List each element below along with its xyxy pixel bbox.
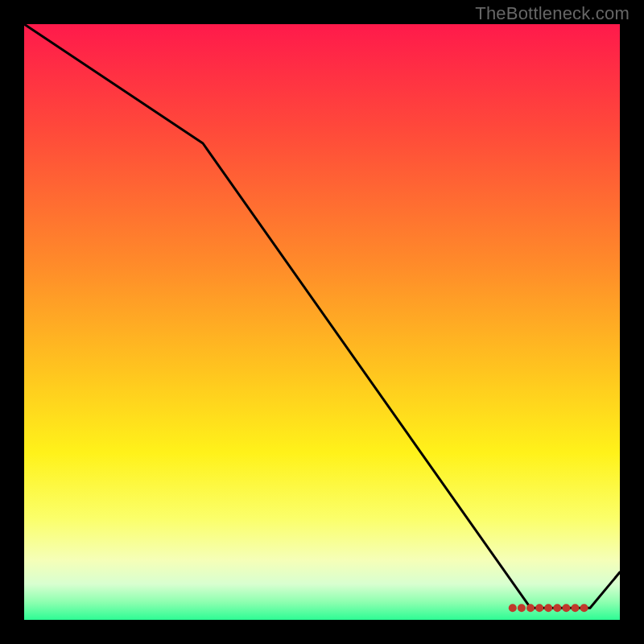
- chart-marker: [509, 604, 517, 612]
- chart-marker: [544, 604, 552, 612]
- chart-background: [24, 24, 620, 620]
- chart-marker: [580, 604, 588, 612]
- chart-frame: [0, 0, 644, 644]
- chart-marker: [526, 604, 535, 612]
- chart-marker: [562, 604, 570, 612]
- chart-marker: [535, 604, 543, 612]
- chart-markers: [509, 604, 588, 612]
- chart-svg: [24, 24, 620, 620]
- chart-marker: [553, 604, 561, 612]
- chart-marker: [518, 604, 526, 612]
- chart-plot-area: [24, 24, 620, 620]
- watermark-label: TheBottleneck.com: [475, 3, 630, 24]
- chart-marker: [572, 604, 580, 612]
